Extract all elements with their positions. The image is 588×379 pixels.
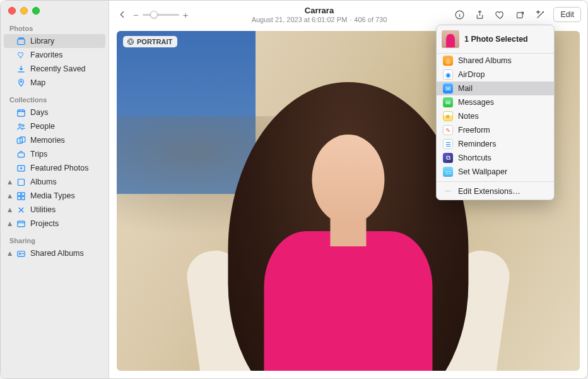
svg-rect-15 <box>17 221 24 227</box>
sidebar-item-label: Map <box>30 78 45 87</box>
share-item-label: Edit Extensions… <box>458 187 520 196</box>
sidebar-section-sharing: Sharing ▶ Shared Albums <box>1 237 109 260</box>
svg-rect-10 <box>18 179 24 185</box>
library-icon <box>16 36 26 46</box>
sidebar-item-label: Utilities <box>30 205 56 214</box>
svg-rect-19 <box>517 12 522 17</box>
zoom-in-icon: + <box>183 9 189 20</box>
sidebar-item-label: Media Types <box>30 191 75 200</box>
share-thumbnail <box>442 30 459 48</box>
share-item-mail[interactable]: ✉ Mail <box>437 81 554 95</box>
disclosure-triangle-icon[interactable]: ▶ <box>6 194 13 198</box>
sidebar: Photos Library Favorites Recently Saved … <box>1 1 109 378</box>
airdrop-icon: ◉ <box>443 69 453 80</box>
svg-rect-1 <box>18 37 23 39</box>
portrait-badge-label: PORTRAIT <box>137 38 172 45</box>
edit-button-label: Edit <box>560 10 574 19</box>
wallpaper-icon: ▭ <box>443 167 453 177</box>
share-selection-label: 1 Photo Selected <box>464 35 528 44</box>
photo-date: August 21, 2023 at 6:01:02 PM <box>252 16 348 23</box>
portrait-badge: PORTRAIT <box>123 36 177 47</box>
share-item-freeform[interactable]: ✎ Freeform <box>437 123 554 137</box>
toolbar-left: − + <box>115 8 189 21</box>
share-popover: 1 Photo Selected ◎ Shared Albums ◉ AirDr… <box>436 25 555 200</box>
share-item-edit-extensions[interactable]: ⋯ Edit Extensions… <box>437 184 554 200</box>
notes-icon: ≡ <box>443 111 453 121</box>
disclosure-triangle-icon[interactable]: ▶ <box>6 251 13 256</box>
share-item-shortcuts[interactable]: ⧉ Shortcuts <box>437 151 554 165</box>
sidebar-item-media-types[interactable]: ▶ Media Types <box>1 189 109 203</box>
sidebar-item-shared-albums[interactable]: ▶ Shared Albums <box>1 246 109 260</box>
share-item-messages[interactable]: ✉ Messages <box>437 95 554 109</box>
projects-icon <box>16 219 26 229</box>
share-item-reminders[interactable]: ☰ Reminders <box>437 137 554 151</box>
sidebar-item-utilities[interactable]: ▶ Utilities <box>1 203 109 217</box>
rotate-button[interactable] <box>510 6 529 23</box>
svg-point-2 <box>20 80 22 82</box>
photo-subtitle: August 21, 2023 at 6:01:02 PM·406 of 730 <box>252 16 387 23</box>
shared-albums-icon <box>16 248 26 258</box>
info-button[interactable] <box>450 6 469 23</box>
back-button[interactable] <box>115 8 129 21</box>
sidebar-item-projects[interactable]: ▶ Projects <box>1 217 109 231</box>
sidebar-item-albums[interactable]: ▶ Albums <box>1 175 109 189</box>
minimize-window-button[interactable] <box>20 7 28 15</box>
share-separator <box>437 181 554 182</box>
share-item-shared-albums[interactable]: ◎ Shared Albums <box>437 54 554 68</box>
disclosure-triangle-icon[interactable]: ▶ <box>6 222 13 226</box>
sidebar-item-label: Memories <box>30 136 65 145</box>
share-item-set-wallpaper[interactable]: ▭ Set Wallpaper <box>437 165 554 179</box>
shared-albums-icon: ◎ <box>443 56 453 66</box>
photos-window: Photos Library Favorites Recently Saved … <box>0 0 588 379</box>
share-item-notes[interactable]: ≡ Notes <box>437 109 554 123</box>
sidebar-item-label: Recently Saved <box>30 64 86 73</box>
favorite-button[interactable] <box>490 6 509 23</box>
sidebar-item-featured-photos[interactable]: Featured Photos <box>1 161 109 175</box>
share-item-label: Notes <box>458 112 479 121</box>
auto-enhance-button[interactable] <box>531 6 550 23</box>
sidebar-item-label: Favorites <box>30 51 62 59</box>
edit-button[interactable]: Edit <box>553 7 581 22</box>
sidebar-item-library[interactable]: Library <box>4 34 105 48</box>
sidebar-item-people[interactable]: People <box>1 119 109 133</box>
share-item-label: Messages <box>458 98 494 107</box>
aperture-icon <box>127 38 134 45</box>
share-button[interactable] <box>470 6 489 23</box>
svg-point-5 <box>22 124 24 126</box>
sidebar-header-photos: Photos <box>1 25 109 34</box>
disclosure-triangle-icon[interactable]: ▶ <box>6 180 13 184</box>
svg-rect-13 <box>17 196 20 200</box>
zoom-knob[interactable] <box>150 11 158 18</box>
memories-icon <box>16 135 26 145</box>
utilities-icon <box>16 205 26 215</box>
sidebar-item-trips[interactable]: Trips <box>1 147 109 161</box>
sidebar-item-label: Trips <box>30 150 47 159</box>
sidebar-item-memories[interactable]: Memories <box>1 133 109 147</box>
close-window-button[interactable] <box>8 7 16 15</box>
sidebar-header-collections: Collections <box>1 96 109 105</box>
share-item-label: AirDrop <box>458 70 485 79</box>
sidebar-item-recently-saved[interactable]: Recently Saved <box>1 62 109 76</box>
download-icon <box>16 64 26 74</box>
photo-title: Carrara <box>305 6 334 15</box>
reminders-icon: ☰ <box>443 139 453 149</box>
share-item-label: Mail <box>458 84 473 93</box>
zoom-track[interactable] <box>143 14 179 16</box>
svg-point-20 <box>128 39 134 45</box>
sidebar-item-map[interactable]: Map <box>1 76 109 90</box>
share-item-label: Reminders <box>458 140 496 148</box>
messages-icon: ✉ <box>443 97 453 107</box>
share-item-airdrop[interactable]: ◉ AirDrop <box>437 68 554 81</box>
albums-icon <box>16 177 26 187</box>
svg-rect-14 <box>21 196 25 200</box>
sidebar-item-label: Library <box>30 37 54 45</box>
sidebar-item-days[interactable]: Days <box>1 105 109 119</box>
zoom-slider[interactable]: − + <box>133 9 189 20</box>
share-item-label: Shortcuts <box>458 153 491 162</box>
zoom-window-button[interactable] <box>32 7 40 15</box>
svg-rect-8 <box>18 153 24 157</box>
heart-icon <box>16 50 26 60</box>
sidebar-item-favorites[interactable]: Favorites <box>1 48 109 62</box>
sidebar-header-sharing: Sharing <box>1 237 109 246</box>
disclosure-triangle-icon[interactable]: ▶ <box>6 208 13 212</box>
